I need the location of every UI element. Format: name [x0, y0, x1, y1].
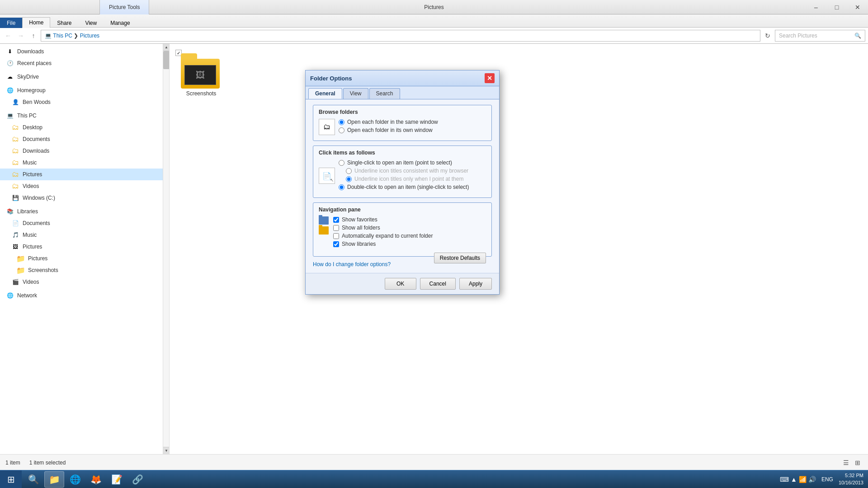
tab-share[interactable]: Share: [50, 18, 78, 28]
sidebar-item-lib-videos[interactable]: 🎬 Videos: [0, 276, 169, 288]
sidebar-scrollbar[interactable]: ▲ ▼: [163, 44, 169, 454]
nav-checkboxes: Show favorites Show all folders Automati…: [331, 216, 433, 249]
sidebar-item-documents[interactable]: 🗂 Documents: [0, 133, 169, 145]
taskbar-item-unknown[interactable]: 🔗: [127, 471, 147, 488]
sidebar-item-homegroup[interactable]: 🌐 Homegroup: [0, 84, 169, 96]
sidebar-item-music[interactable]: 🗂 Music: [0, 157, 169, 169]
search-box[interactable]: Search Pictures 🔍: [775, 30, 865, 42]
taskbar-item-explorer[interactable]: 📁: [44, 471, 64, 488]
auto-expand-checkbox[interactable]: [333, 233, 339, 239]
underline-consistent-row: Underline icon titles consistent with my…: [339, 168, 486, 174]
double-click-label[interactable]: Double-click to open an item (single-cli…: [347, 184, 469, 190]
dialog-close-button[interactable]: ✕: [485, 73, 495, 83]
same-window-label[interactable]: Open each folder in the same window: [347, 119, 438, 125]
own-window-radio[interactable]: [339, 127, 344, 133]
address-pictures[interactable]: Pictures: [80, 33, 99, 39]
pc-icon: 💻: [5, 111, 14, 120]
sidebar-item-lib-pictures2[interactable]: 📁 Pictures: [0, 253, 169, 264]
screenshots-folder[interactable]: ✓ 🖼 Screenshots: [174, 48, 228, 101]
underline-consistent-radio[interactable]: [346, 168, 352, 174]
show-all-folders-checkbox[interactable]: [333, 225, 339, 231]
details-view-button[interactable]: ☰: [841, 458, 851, 468]
restore-defaults-button[interactable]: Restore Defaults: [434, 253, 486, 263]
tab-home[interactable]: Home: [22, 17, 50, 28]
chevron-up-icon[interactable]: ▲: [791, 476, 797, 483]
taskbar-item-notepad[interactable]: 📝: [107, 471, 127, 488]
show-libraries-label[interactable]: Show libraries: [342, 241, 376, 247]
show-favorites-checkbox[interactable]: [333, 217, 339, 223]
show-libraries-checkbox[interactable]: [333, 241, 339, 247]
taskbar-item-firefox[interactable]: 🦊: [86, 471, 106, 488]
sidebar-item-downloads2[interactable]: 🗂 Downloads: [0, 145, 169, 157]
sidebar-item-network[interactable]: 🌐 Network: [0, 290, 169, 301]
sidebar-item-desktop[interactable]: 🗂 Desktop: [0, 122, 169, 133]
sidebar-item-lib-music[interactable]: 🎵 Music: [0, 229, 169, 241]
show-favorites-label[interactable]: Show favorites: [342, 216, 377, 223]
tab-search[interactable]: Search: [369, 88, 400, 99]
refresh-button[interactable]: ↻: [762, 30, 773, 41]
double-click-row: Double-click to open an item (single-cli…: [339, 184, 486, 190]
tab-view[interactable]: View: [78, 18, 104, 28]
navigation-pane-label: Navigation pane: [319, 206, 486, 213]
sidebar-item-pictures[interactable]: 🗂 Pictures: [0, 169, 169, 180]
underline-point-label[interactable]: Underline icon titles only when I point …: [354, 176, 463, 182]
sidebar-item-lib-pictures[interactable]: 🖼 Pictures: [0, 241, 169, 253]
auto-expand-label[interactable]: Automatically expand to current folder: [342, 233, 433, 239]
sidebar-item-recent-places[interactable]: 🕐 Recent places: [0, 57, 169, 69]
lib-pictures2-icon: 📁: [16, 254, 25, 263]
desktop-icon: 🗂: [11, 123, 20, 132]
sidebar-item-skydrive[interactable]: ☁ SkyDrive: [0, 71, 169, 83]
folder-preview: 🖼: [184, 65, 216, 85]
up-button[interactable]: ↑: [28, 30, 39, 41]
sidebar-scroll-down[interactable]: ▼: [163, 447, 170, 454]
sidebar-item-videos[interactable]: 🗂 Videos: [0, 180, 169, 192]
folder-body: 🖼: [181, 59, 220, 89]
taskbar-item-search[interactable]: 🔍: [24, 471, 43, 488]
sidebar-item-libraries[interactable]: 📚 Libraries: [0, 206, 169, 217]
tab-manage[interactable]: Manage: [104, 18, 137, 28]
sidebar-item-lib-documents[interactable]: 📄 Documents: [0, 217, 169, 229]
sidebar-item-downloads[interactable]: ⬇ Downloads: [0, 46, 169, 57]
tab-view[interactable]: View: [343, 88, 368, 99]
underline-point-radio[interactable]: [346, 176, 352, 182]
single-click-radio[interactable]: [339, 160, 344, 166]
own-window-label[interactable]: Open each folder in its own window: [347, 127, 433, 133]
ok-button[interactable]: OK: [385, 278, 416, 290]
show-all-folders-label[interactable]: Show all folders: [342, 225, 380, 231]
address-this-pc[interactable]: This PC: [53, 33, 72, 39]
forward-button[interactable]: →: [15, 30, 26, 41]
taskbar-item-chrome[interactable]: 🌐: [65, 471, 85, 488]
title-bar: Picture Tools Pictures – □ ✕: [0, 0, 868, 14]
nav-icon-group: Show favorites Show all folders Automati…: [319, 216, 486, 249]
close-button[interactable]: ✕: [847, 0, 868, 14]
tab-file[interactable]: File: [0, 18, 22, 28]
cancel-button[interactable]: Cancel: [420, 278, 456, 290]
sidebar: ▲ ▼ ⬇ Downloads 🕐 Recent places ☁ SkyDri…: [0, 44, 170, 454]
double-click-radio[interactable]: [339, 184, 344, 190]
folder-options-dialog: Folder Options ✕ General View Search Bro…: [305, 70, 500, 295]
address-path[interactable]: 💻 This PC ❯ Pictures: [41, 30, 760, 42]
same-window-radio[interactable]: [339, 119, 344, 125]
sidebar-item-windows-c[interactable]: 💾 Windows (C:): [0, 192, 169, 204]
sidebar-item-ben-woods[interactable]: 👤 Ben Woods: [0, 96, 169, 108]
minimize-button[interactable]: –: [806, 0, 826, 14]
window-controls: – □ ✕: [806, 0, 868, 14]
sidebar-scroll-up[interactable]: ▲: [163, 44, 170, 51]
start-button[interactable]: ⊞: [0, 470, 22, 488]
address-quick-access[interactable]: 💻: [45, 33, 52, 39]
sidebar-item-this-pc[interactable]: 💻 This PC: [0, 110, 169, 122]
sidebar-item-lib-screenshots[interactable]: 📁 Screenshots: [0, 264, 169, 276]
pictures-icon: 🗂: [11, 170, 20, 179]
apply-button[interactable]: Apply: [459, 278, 492, 290]
large-icon-view-button[interactable]: ⊞: [853, 458, 863, 468]
tab-general[interactable]: General: [308, 88, 342, 99]
system-clock[interactable]: 5:32 PM 10/16/2013: [839, 472, 863, 486]
single-click-row: Single-click to open an item (point to s…: [339, 160, 486, 166]
single-click-label[interactable]: Single-click to open an item (point to s…: [347, 160, 452, 166]
maximize-button[interactable]: □: [826, 0, 847, 14]
underline-consistent-label[interactable]: Underline icon titles consistent with my…: [354, 168, 468, 174]
back-button[interactable]: ←: [3, 30, 14, 41]
click-items-label: Click items as follows: [319, 150, 486, 156]
nav-folder-icons: [319, 216, 329, 235]
language-button[interactable]: ENG: [820, 476, 835, 483]
